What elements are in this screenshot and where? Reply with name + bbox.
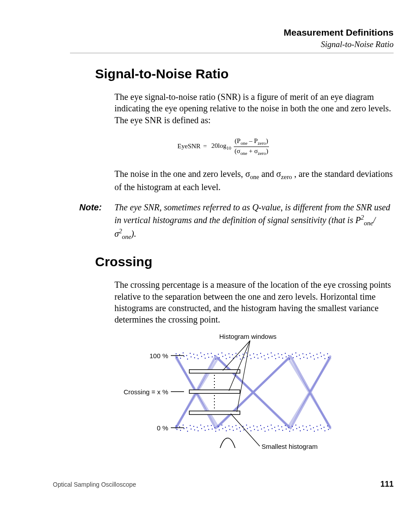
svg-point-145 [222, 428, 223, 429]
note-label: Note: [79, 202, 114, 241]
svg-point-5 [193, 353, 194, 354]
svg-point-124 [302, 425, 303, 426]
eq-den-one: one [240, 150, 247, 156]
svg-point-46 [184, 356, 184, 356]
svg-point-128 [317, 426, 317, 426]
svg-point-85 [321, 356, 322, 356]
svg-point-3 [186, 355, 187, 356]
svg-line-184 [223, 341, 250, 371]
svg-point-20 [246, 352, 247, 353]
svg-point-71 [272, 356, 273, 356]
svg-point-161 [279, 429, 280, 429]
svg-point-113 [264, 427, 265, 428]
svg-rect-177 [189, 390, 240, 393]
svg-point-39 [313, 355, 314, 356]
svg-point-1 [179, 354, 180, 355]
snr-p2-and: and [262, 169, 276, 179]
svg-point-82 [310, 356, 311, 357]
footer-left: Optical Sampling Oscilloscope [53, 481, 136, 488]
svg-point-54 [212, 356, 213, 357]
svg-point-30 [281, 354, 282, 355]
svg-point-61 [236, 356, 237, 357]
svg-point-31 [285, 352, 286, 353]
svg-point-58 [226, 358, 227, 359]
svg-point-146 [226, 430, 227, 431]
note-a: The eye SNR, sometimes referred to as Q-… [114, 202, 390, 224]
snr-paragraph-1: The eye signal-to-noise ratio (SNR) is a… [114, 91, 394, 126]
sigma-zero-sub: zero [281, 173, 292, 180]
eq-den-zero: zero [258, 150, 266, 156]
svg-point-110 [253, 425, 254, 426]
svg-point-147 [229, 429, 230, 429]
svg-point-29 [278, 353, 279, 354]
svg-rect-176 [189, 370, 240, 373]
svg-point-105 [236, 425, 236, 426]
svg-point-24 [260, 352, 261, 353]
crossing-heading: Crossing [95, 254, 394, 269]
svg-point-36 [302, 353, 303, 354]
svg-point-144 [219, 429, 220, 430]
svg-point-151 [243, 429, 244, 430]
label-histogram-windows: Histogram windows [219, 333, 276, 340]
svg-point-149 [236, 428, 237, 429]
note-P-sub: one [364, 219, 373, 226]
svg-point-137 [194, 429, 195, 430]
svg-point-34 [295, 352, 296, 353]
header-rule [70, 53, 394, 53]
svg-point-19 [243, 353, 243, 354]
svg-point-53 [208, 356, 209, 357]
svg-point-94 [197, 426, 198, 427]
svg-point-90 [183, 424, 184, 425]
label-0-percent: 0 % [157, 424, 168, 432]
svg-point-93 [193, 426, 194, 426]
svg-point-47 [187, 358, 188, 359]
svg-point-86 [324, 358, 325, 359]
svg-point-102 [225, 426, 226, 427]
svg-point-81 [307, 357, 308, 358]
svg-point-89 [179, 426, 180, 427]
svg-point-153 [251, 430, 251, 431]
svg-point-10 [211, 352, 212, 353]
eq-lhs: EyeSNR [177, 142, 201, 151]
note-sigma-sub: one [122, 233, 131, 240]
svg-point-13 [221, 352, 222, 353]
svg-point-98 [211, 425, 212, 426]
crossing-figure: Histogram windows 100 % Crossing = x % 0… [128, 334, 348, 461]
sigma-one-sub: one [250, 173, 259, 180]
sigma-zero: σ [276, 169, 281, 179]
svg-point-122 [295, 424, 296, 425]
svg-point-134 [184, 428, 184, 429]
svg-point-117 [278, 425, 279, 426]
svg-point-129 [320, 424, 321, 425]
eq-num-left: (P [235, 137, 240, 144]
svg-point-150 [240, 430, 241, 431]
svg-point-175 [328, 429, 329, 429]
svg-point-118 [281, 426, 282, 427]
svg-point-143 [215, 430, 216, 431]
svg-point-135 [187, 430, 188, 431]
svg-point-2 [183, 352, 184, 353]
svg-point-22 [253, 353, 254, 354]
eq-num-zero: zero [258, 140, 266, 146]
svg-point-84 [317, 357, 318, 358]
svg-point-116 [274, 426, 275, 427]
note-text: The eye SNR, sometimes referred to as Q-… [114, 202, 394, 241]
svg-line-185 [229, 341, 250, 391]
svg-point-92 [190, 425, 191, 426]
svg-point-166 [296, 428, 297, 429]
svg-point-27 [271, 352, 272, 353]
eq-log-base: 10 [226, 145, 231, 150]
svg-point-14 [225, 354, 226, 355]
svg-point-50 [198, 358, 199, 359]
svg-point-23 [257, 354, 258, 355]
svg-point-115 [271, 424, 272, 425]
svg-point-106 [239, 427, 240, 428]
svg-point-141 [208, 429, 209, 429]
svg-point-78 [296, 356, 297, 356]
eq-num-minus: – P [247, 137, 258, 144]
svg-point-0 [176, 353, 177, 354]
svg-point-18 [239, 355, 240, 356]
sigma-one: σ [245, 169, 250, 179]
svg-point-51 [201, 356, 202, 356]
svg-point-103 [228, 425, 229, 426]
